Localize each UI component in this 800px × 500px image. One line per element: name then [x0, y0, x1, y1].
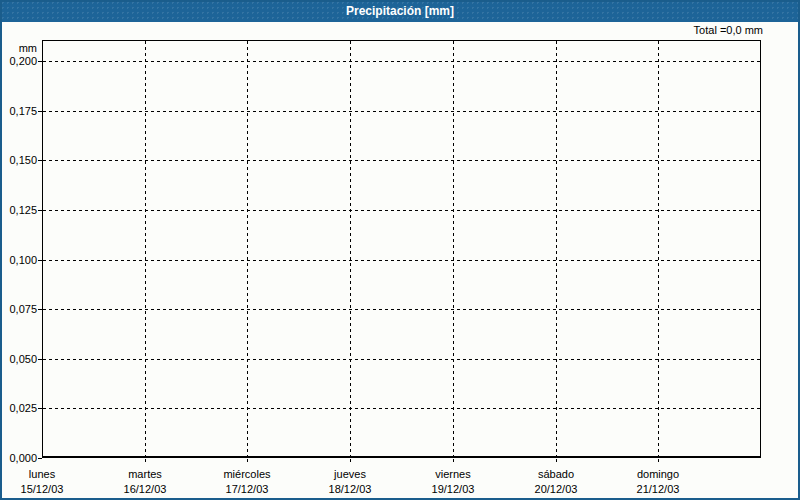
x-axis-day-label: martes — [90, 467, 200, 481]
x-axis-day-label: domingo — [603, 467, 713, 481]
y-axis-unit-label: mm — [0, 42, 37, 54]
y-axis-tick — [38, 61, 42, 62]
x-axis-day-label: sábado — [501, 467, 611, 481]
chart-title-bar: Precipitación [mm] — [0, 0, 800, 22]
x-axis-date-label: 18/12/03 — [295, 482, 405, 496]
x-axis-day-label: lunes — [0, 467, 97, 481]
h-gridline — [43, 111, 760, 112]
h-gridline — [43, 408, 760, 409]
y-axis-tick — [38, 309, 42, 310]
v-gridline — [453, 41, 454, 456]
x-axis-tick — [145, 459, 146, 462]
h-gridline — [43, 260, 760, 261]
y-axis-tick — [38, 160, 42, 161]
y-axis-tick — [38, 359, 42, 360]
x-axis-day-label: jueves — [295, 467, 405, 481]
y-axis-tick-label: 0,150 — [0, 153, 37, 167]
y-axis-tick — [38, 111, 42, 112]
v-gridline — [556, 41, 557, 456]
x-axis-date-label: 19/12/03 — [398, 482, 508, 496]
v-gridline — [658, 41, 659, 456]
h-gridline — [43, 160, 760, 161]
v-gridline — [350, 41, 351, 456]
x-axis-date-label: 21/12/03 — [603, 482, 713, 496]
y-axis-tick — [38, 260, 42, 261]
y-axis-tick-label: 0,025 — [0, 401, 37, 415]
x-axis-day-label: viernes — [398, 467, 508, 481]
y-axis-tick-label: 0,075 — [0, 302, 37, 316]
x-axis-tick — [658, 459, 659, 462]
x-axis-tick — [556, 459, 557, 462]
y-axis-tick-label: 0,000 — [0, 451, 37, 465]
total-label: Total =0,0 mm — [694, 24, 763, 36]
y-axis-tick — [38, 210, 42, 211]
y-axis-tick-label: 0,200 — [0, 54, 37, 68]
x-axis-tick — [453, 459, 454, 462]
x-axis-day-label: miércoles — [192, 467, 302, 481]
x-axis-date-label: 15/12/03 — [0, 482, 97, 496]
h-gridline — [43, 210, 760, 211]
x-axis-date-label: 16/12/03 — [90, 482, 200, 496]
y-axis-tick-label: 0,050 — [0, 352, 37, 366]
h-gridline — [43, 309, 760, 310]
x-axis-date-label: 17/12/03 — [192, 482, 302, 496]
x-axis-tick — [350, 459, 351, 462]
x-axis-tick — [247, 459, 248, 462]
v-gridline — [247, 41, 248, 456]
v-gridline — [145, 41, 146, 456]
x-axis-date-label: 20/12/03 — [501, 482, 611, 496]
chart-window: Precipitación [mm] Total =0,0 mm mm 0,20… — [0, 0, 800, 500]
chart-title: Precipitación [mm] — [346, 4, 454, 18]
y-axis-tick-label: 0,125 — [0, 203, 37, 217]
h-gridline — [43, 359, 760, 360]
y-axis-tick-label: 0,175 — [0, 104, 37, 118]
plot-area — [42, 40, 761, 458]
h-gridline — [43, 61, 760, 62]
y-axis-tick-label: 0,100 — [0, 253, 37, 267]
y-axis-tick — [38, 408, 42, 409]
y-axis-tick — [38, 458, 42, 459]
